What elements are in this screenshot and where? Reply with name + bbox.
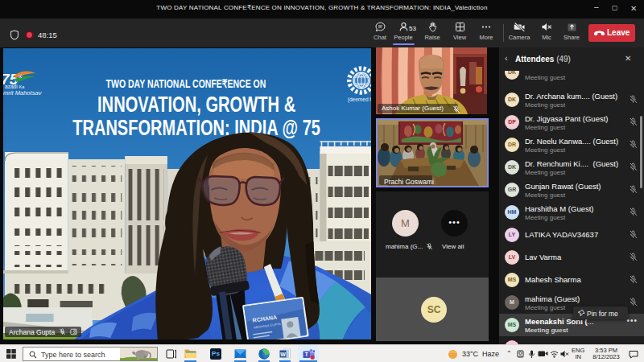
svg-text:W: W xyxy=(280,352,286,357)
svg-text:TRANSFORMATION: INDIA @ 75: TRANSFORMATION: INDIA @ 75 xyxy=(72,115,320,140)
svg-text:TWO DAY NATIONAL CONFE₹ENCE ON: TWO DAY NATIONAL CONFE₹ENCE ON xyxy=(106,77,266,90)
svg-text:T: T xyxy=(305,352,308,357)
svg-text:(deemed to: (deemed to xyxy=(348,97,371,103)
svg-text:mrit Mahotsav: mrit Mahotsav xyxy=(3,89,43,97)
svg-text:azadi Ka: azadi Ka xyxy=(5,84,25,89)
svg-text:INNOVATION, GROWTH &: INNOVATION, GROWTH & xyxy=(97,92,295,117)
